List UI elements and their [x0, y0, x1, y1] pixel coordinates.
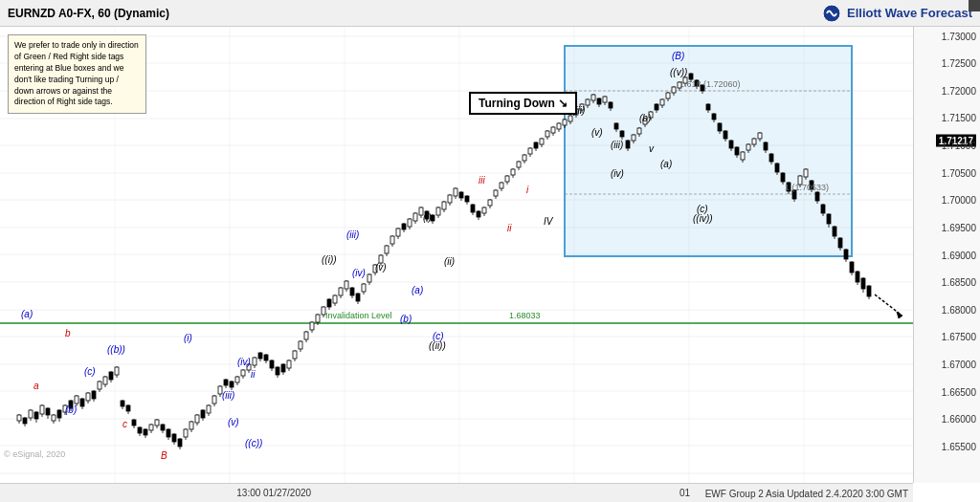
- wave-label-a-in: (a): [660, 159, 672, 169]
- wave-label-ii-roman: ii: [507, 223, 511, 233]
- chart-title: EURNZD A0-FX, 60 (Dynamic): [8, 7, 169, 20]
- svg-rect-290: [764, 142, 768, 150]
- svg-rect-92: [195, 415, 199, 423]
- wave-label-B-blue: (B): [672, 51, 684, 61]
- price-label-170: 1.70000: [942, 195, 976, 206]
- price-label-171: 1.71000: [942, 141, 976, 151]
- svg-rect-126: [293, 351, 297, 359]
- svg-rect-114: [258, 353, 262, 359]
- svg-rect-128: [299, 341, 302, 349]
- chart-container: EURNZD A0-FX, 60 (Dynamic) Elliott Wave …: [0, 0, 980, 502]
- svg-rect-242: [626, 141, 630, 148]
- svg-rect-134: [316, 315, 320, 322]
- svg-rect-140: [333, 295, 337, 303]
- svg-rect-38: [40, 405, 44, 414]
- price-label-1705: 1.70500: [942, 167, 976, 178]
- wave-label-a-red: a: [33, 381, 39, 391]
- svg-rect-116: [264, 355, 268, 360]
- svg-rect-198: [500, 183, 503, 188]
- svg-rect-294: [775, 164, 779, 172]
- svg-rect-316: [838, 238, 842, 248]
- svg-rect-40: [46, 408, 50, 415]
- wave-label-v-v: ((v)): [670, 67, 687, 77]
- wave-label-IV: IV: [544, 216, 552, 227]
- svg-rect-280: [735, 147, 739, 155]
- svg-rect-292: [769, 154, 773, 162]
- wave-label-ii-2: ii: [251, 369, 255, 380]
- svg-rect-318: [844, 250, 848, 259]
- svg-rect-216: [551, 127, 555, 133]
- svg-rect-72: [138, 427, 142, 433]
- svg-rect-252: [655, 104, 658, 110]
- wave-label-ii-paren: ((i)): [322, 254, 337, 265]
- svg-rect-124: [287, 360, 291, 368]
- logo-text: Elliott Wave Forecast: [847, 6, 972, 20]
- svg-rect-188: [471, 205, 475, 212]
- svg-rect-322: [856, 272, 859, 282]
- svg-rect-162: [396, 229, 400, 236]
- svg-rect-112: [253, 358, 256, 365]
- wave-label-c-1: (c): [84, 366, 96, 377]
- price-label-1685: 1.68500: [942, 277, 976, 288]
- svg-rect-190: [477, 211, 480, 217]
- svg-rect-246: [637, 128, 641, 134]
- svg-rect-60: [103, 377, 107, 384]
- price-label-1665: 1.66500: [942, 386, 976, 397]
- top-bar: EURNZD A0-FX, 60 (Dynamic) Elliott Wave …: [0, 0, 980, 27]
- svg-rect-36: [34, 412, 38, 419]
- svg-rect-88: [184, 429, 188, 437]
- svg-rect-178: [442, 202, 446, 209]
- svg-rect-214: [546, 131, 549, 137]
- svg-marker-328: [897, 312, 902, 318]
- chart-area[interactable]: We prefer to trade only in direction of …: [0, 27, 913, 483]
- svg-rect-120: [276, 367, 279, 375]
- wave-label-v-1: (v): [228, 417, 239, 427]
- svg-rect-70: [132, 420, 136, 426]
- svg-rect-90: [189, 422, 193, 429]
- svg-rect-152: [368, 274, 371, 282]
- svg-rect-186: [465, 196, 469, 202]
- svg-rect-138: [327, 299, 331, 307]
- logo-area: Elliott Wave Forecast: [822, 4, 972, 23]
- svg-rect-210: [534, 142, 538, 148]
- svg-rect-272: [712, 114, 716, 120]
- svg-line-327: [875, 295, 900, 314]
- svg-rect-206: [523, 155, 526, 161]
- svg-rect-144: [345, 281, 348, 289]
- svg-rect-320: [850, 262, 854, 273]
- svg-rect-180: [448, 195, 452, 203]
- svg-rect-232: [597, 98, 601, 104]
- fib-1-label: 1 (1.70533): [785, 183, 829, 192]
- svg-rect-104: [230, 382, 234, 387]
- svg-rect-192: [482, 207, 486, 213]
- svg-rect-168: [413, 213, 417, 221]
- svg-rect-288: [758, 133, 762, 139]
- svg-rect-166: [408, 219, 412, 227]
- svg-rect-148: [356, 294, 360, 301]
- info-box: We prefer to trade only in direction of …: [8, 34, 146, 114]
- svg-rect-80: [161, 425, 165, 430]
- wave-label-b-2: (b): [400, 314, 412, 324]
- svg-rect-76: [149, 425, 153, 430]
- info-box-text: We prefer to trade only in direction of …: [14, 40, 139, 106]
- svg-rect-58: [98, 382, 101, 389]
- wave-label-iv-iv: ((iv)): [693, 213, 713, 224]
- time-label-2: 01: [679, 488, 690, 498]
- svg-rect-132: [310, 322, 314, 330]
- svg-rect-278: [729, 141, 733, 148]
- svg-rect-256: [666, 93, 670, 98]
- svg-rect-238: [614, 123, 618, 129]
- turning-down-box: Turning Down ↘: [469, 92, 577, 115]
- svg-rect-122: [281, 364, 285, 372]
- wave-label-ii-3: (ii): [444, 256, 455, 267]
- wave-label-iv-1: (iv): [237, 357, 251, 367]
- wave-label-b-blue: (b): [65, 404, 77, 415]
- svg-rect-50: [75, 396, 78, 404]
- svg-rect-26: [565, 46, 852, 256]
- svg-rect-202: [511, 169, 515, 175]
- svg-rect-82: [167, 429, 170, 437]
- svg-rect-326: [867, 286, 871, 296]
- wave-label-cc: ((c)): [245, 438, 262, 448]
- wave-label-B-red: B: [161, 450, 167, 461]
- svg-rect-228: [586, 99, 590, 105]
